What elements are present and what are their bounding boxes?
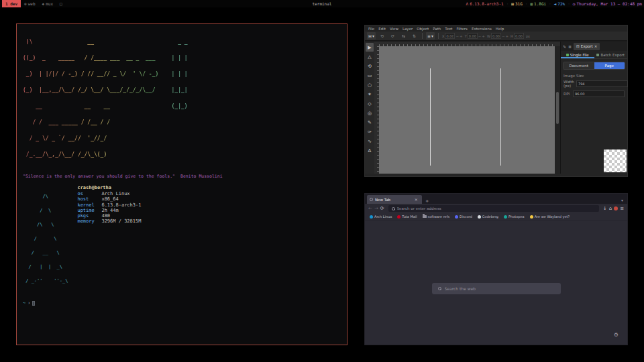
fetch-row: memory3296M / 32815M [77,219,141,224]
new-tab-button[interactable]: + [424,198,430,204]
terminal-window[interactable]: )\ __ _ _ ((_) _ _____ / /____ ___ __ _ … [16,23,347,345]
canvas-vscrollbar-thumb[interactable] [556,92,559,124]
plus-stepper[interactable]: + [460,34,463,38]
star-tool[interactable]: ✶ [366,90,374,99]
home-button[interactable]: ⌂ [609,206,612,211]
flip-horizontal-button[interactable]: ⇆ [399,32,408,40]
bookmark-folder-software-refs[interactable]: software refs [423,215,449,219]
export-scope-toggle: Document Page [563,62,625,70]
menu-object[interactable]: Object [417,27,429,31]
export-dialog-tab[interactable]: ⊡ Export × [574,43,600,50]
drawing-canvas[interactable] [379,46,555,174]
rectangle-tool[interactable]: ▭ [366,71,374,80]
text-tool-icon: A [368,148,372,154]
batch-export-icon [596,54,599,56]
workspace-label: web [28,1,36,6]
shape-builder-icon: ⟲ [368,64,372,69]
terminal-cursor [32,301,35,306]
export-dpi-input[interactable] [573,90,625,97]
minus-stepper[interactable]: − [478,34,482,38]
rotate-cw-button[interactable]: ⟳ [388,32,397,40]
menu-filters[interactable]: Filters [456,27,468,31]
tab-close-icon[interactable]: × [413,197,419,202]
downloads-button[interactable]: ↓ [603,206,607,211]
menu-path[interactable]: Path [433,27,441,31]
ellipse-tool[interactable]: ○ [366,80,374,89]
calligraphy-tool[interactable]: ∿ [366,137,374,145]
rotate-ccw-button[interactable]: ⟲ [378,32,386,40]
shape-builder-tool[interactable]: ⟲ [366,62,374,70]
bookmark-photopea[interactable]: Photopea [504,215,525,219]
url-input[interactable] [397,206,596,210]
selection-mode-dropdown[interactable]: ⊞ ▾ [367,32,376,40]
plus-stepper[interactable]: + [506,34,509,38]
menu-layer[interactable]: Layer [402,27,413,31]
back-button[interactable]: ← [368,206,372,211]
bookmark-codeberg[interactable]: Codeberg [478,215,498,219]
canvas-vscrollbar[interactable] [555,46,560,174]
flip-vertical-icon: ⇅ [413,34,416,38]
plus-stepper[interactable]: + [482,34,485,38]
menu-edit[interactable]: Edit [378,27,386,31]
y-input[interactable] [468,33,478,39]
list-tabs-chevron-icon[interactable]: ▾ [619,198,625,204]
disk-module: ▤ 31G [511,1,522,6]
pen-tool[interactable]: ✑ [366,127,374,136]
bookmark-discord[interactable]: Discord [455,215,472,219]
layers-icon[interactable]: ≣ [568,44,572,49]
inkscape-menubar: File Edit View Layer Object Path Text Fi… [365,25,627,32]
pen-icon: ✑ [368,129,372,135]
spiral-tool[interactable]: ◎ [366,109,374,117]
personalize-gear-icon[interactable]: ⚙ [614,332,619,338]
shell-prompt[interactable]: ~ › [23,300,341,306]
box-3d-tool[interactable]: ◇ [366,99,374,108]
menu-help[interactable]: Help [496,27,504,31]
text-tool[interactable]: A [366,146,374,155]
extension-icon[interactable] [614,206,618,210]
units-label[interactable]: px [526,34,530,38]
h-input[interactable] [514,33,524,39]
vertical-ruler[interactable] [374,46,379,174]
workspace-empty[interactable]: □ [56,0,66,7]
menu-file[interactable]: File [368,27,374,31]
reload-button[interactable]: ⟳ [380,206,384,211]
flip-vertical-button[interactable]: ⇅ [410,32,419,40]
web-search-box[interactable] [432,283,561,294]
horizontal-ruler[interactable] [379,42,555,46]
workspace-web[interactable]: ⊕ web [21,0,38,7]
x-input[interactable] [445,33,455,39]
web-search-input[interactable] [445,286,555,291]
tab-single-file[interactable]: Single File [561,51,594,58]
minus-stepper[interactable]: − [455,34,459,38]
menu-button[interactable]: ≡ [620,206,624,211]
url-bar[interactable] [388,205,599,212]
active-tab[interactable]: New Tab × [367,195,422,204]
workspace-mux[interactable]: ❖ mux [39,0,56,7]
scope-document-button[interactable]: Document [564,62,594,69]
bookmark-arch-linux[interactable]: Arch Linux [370,215,392,219]
scope-page-button[interactable]: Page [594,62,625,69]
close-icon[interactable]: × [594,44,598,48]
bookmark-are-we-wayland-yet[interactable]: Are we Wayland yet? [530,215,570,219]
menu-text[interactable]: Text [445,27,452,31]
node-tool[interactable]: △ [366,52,374,61]
align-dropdown[interactable]: ≡ ▾ [426,32,435,40]
fetch-row: osArch Linux [77,191,141,196]
bookmark-tuta-mail[interactable]: Tuta Mail [397,215,417,219]
minus-stepper[interactable]: − [502,34,505,38]
pencil-icon[interactable]: ✎ [563,44,566,49]
workspace-dev[interactable]: 1 dev [2,0,21,7]
status-bar: 1 dev ⊕ web ❖ mux □ terminal Λ 6.13.8-ar… [0,0,644,7]
pencil-tool[interactable]: ✎ [366,118,374,127]
w-input[interactable] [491,33,501,39]
toolbox: ▶ △ ⟲ ▭ ○ ✶ ◇ ◎ ✎ ✑ ∿ A [365,42,374,174]
tab-batch-export[interactable]: Batch Export [594,51,628,58]
forward-button[interactable]: → [374,206,378,211]
tmux-icon: ❖ [42,1,45,6]
discord-favicon-icon [455,215,458,219]
selector-tool[interactable]: ▶ [366,43,374,52]
menu-view[interactable]: View [390,27,398,31]
menu-extensions[interactable]: Extensions [472,27,492,31]
export-width-input[interactable] [576,80,628,87]
folder-icon [423,215,427,219]
